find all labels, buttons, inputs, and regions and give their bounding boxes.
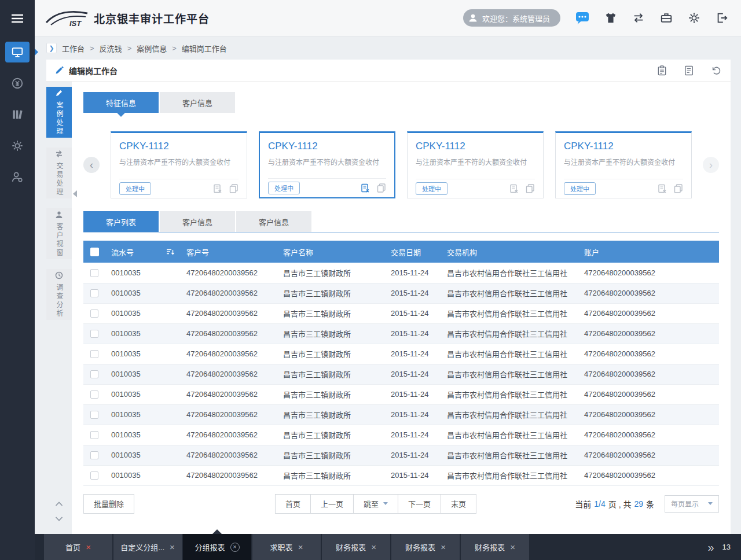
scroll-down-button[interactable] xyxy=(55,517,63,521)
close-tab-icon[interactable]: × xyxy=(170,543,175,551)
bottom-tab[interactable]: 财务报表 × xyxy=(461,534,530,560)
logout-button[interactable] xyxy=(716,12,728,24)
logo-swoosh-icon: IST xyxy=(45,8,89,28)
next-page-button[interactable]: 下一页 xyxy=(398,494,441,514)
table-row[interactable]: 0010035 47206480200039562 昌吉市三工镇财政所 2015… xyxy=(83,364,719,384)
page-size-select[interactable]: 每页显示 xyxy=(665,495,719,513)
sidebar-item-user-admin[interactable] xyxy=(0,161,35,193)
bottom-tab[interactable]: 分组报表 × xyxy=(183,534,252,560)
feature-card[interactable]: CPKY-1112 与注册资本严重不符的大额资金收付 处理中 xyxy=(259,131,395,198)
row-checkbox[interactable] xyxy=(90,471,98,480)
feature-card[interactable]: CPKY-1112 与注册资本严重不符的大额资金收付 处理中 xyxy=(407,131,544,198)
row-checkbox[interactable] xyxy=(90,310,98,318)
close-tab-icon[interactable]: × xyxy=(230,543,240,552)
prev-page-button[interactable]: 上一页 xyxy=(310,494,354,514)
undo-button[interactable] xyxy=(711,65,721,76)
document-copy-icon[interactable] xyxy=(674,184,683,193)
breadcrumb-toggle-icon[interactable]: ❯ xyxy=(46,43,57,53)
tab[interactable]: 客户信息 xyxy=(160,92,235,113)
last-page-button[interactable]: 末页 xyxy=(441,494,476,514)
settings-button[interactable] xyxy=(688,12,700,24)
table-row[interactable]: 0010035 47206480200039562 昌吉市三工镇财政所 2015… xyxy=(83,425,719,445)
feature-card[interactable]: CPKY-1112 与注册资本严重不符的大额资金收付 处理中 xyxy=(111,131,247,198)
cell-customer-name: 昌吉市三工镇财政所 xyxy=(277,404,385,425)
breadcrumb-item[interactable]: 案例信息 xyxy=(137,43,167,54)
bottom-tab[interactable]: 求职表 × xyxy=(252,534,322,560)
row-checkbox[interactable] xyxy=(90,370,98,378)
row-checkbox[interactable] xyxy=(90,390,98,399)
table-row[interactable]: 0010035 47206480200039562 昌吉市三工镇财政所 2015… xyxy=(83,323,719,344)
feature-card[interactable]: CPKY-1112 与注册资本严重不符的大额资金收付 处理中 xyxy=(555,131,692,198)
status-badge: 处理中 xyxy=(119,182,151,195)
close-tab-icon[interactable]: × xyxy=(371,543,376,551)
row-checkbox[interactable] xyxy=(90,411,98,419)
bottom-tab-label: 财务报表 xyxy=(336,541,366,552)
table-row[interactable]: 0010035 47206480200039562 昌吉市三工镇财政所 2015… xyxy=(83,303,719,323)
row-checkbox[interactable] xyxy=(90,451,98,459)
hamburger-menu-button[interactable] xyxy=(0,0,35,36)
row-checkbox[interactable] xyxy=(90,330,98,338)
bottom-tab[interactable]: 财务报表 × xyxy=(322,534,391,560)
top-header: IST 北京银丰审计工作平台 欢迎您：系统管理员 xyxy=(35,0,741,36)
secondary-nav-transaction-processing[interactable]: 交易处理 xyxy=(46,148,72,198)
first-page-button[interactable]: 首页 xyxy=(275,494,311,514)
tab[interactable]: 客户信息 xyxy=(160,211,235,232)
tab[interactable]: 客户列表 xyxy=(83,211,159,232)
table-row[interactable]: 0010035 47206480200039562 昌吉市三工镇财政所 2015… xyxy=(83,465,719,485)
table-row[interactable]: 0010035 47206480200039562 昌吉市三工镇财政所 2015… xyxy=(83,384,719,404)
table-row[interactable]: 0010035 47206480200039562 昌吉市三工镇财政所 2015… xyxy=(83,445,719,465)
bottom-tab[interactable]: 自定义分组... × xyxy=(113,534,183,560)
bottom-tab[interactable]: 首页 × xyxy=(44,534,113,560)
sidebar-item-workbench[interactable] xyxy=(0,36,35,68)
breadcrumb-item[interactable]: 编辑岗工作台 xyxy=(182,43,227,54)
more-tabs-button[interactable]: » xyxy=(707,541,714,553)
chevron-up-icon xyxy=(55,502,63,506)
row-checkbox[interactable] xyxy=(90,269,98,277)
document-remove-icon[interactable] xyxy=(361,183,370,193)
document-remove-icon[interactable] xyxy=(509,184,519,193)
save-document-button[interactable] xyxy=(684,65,694,76)
secondary-nav-investigation-analysis[interactable]: 调查分析 xyxy=(46,269,72,320)
document-remove-icon[interactable] xyxy=(658,184,667,193)
import-document-button[interactable] xyxy=(657,65,667,76)
collapse-nav-handle[interactable] xyxy=(73,190,77,197)
carousel-prev-button[interactable]: ‹ xyxy=(83,157,100,173)
sidebar-item-reports[interactable] xyxy=(0,99,35,130)
theme-button[interactable] xyxy=(604,12,617,24)
toolbox-button[interactable] xyxy=(660,12,673,24)
table-row[interactable]: 0010035 47206480200039562 昌吉市三工镇财政所 2015… xyxy=(83,263,719,283)
table-row[interactable]: 0010035 47206480200039562 昌吉市三工镇财政所 2015… xyxy=(83,283,719,303)
document-copy-icon[interactable] xyxy=(377,183,386,193)
sidebar-item-settings[interactable] xyxy=(0,130,35,161)
select-all-checkbox[interactable] xyxy=(90,248,99,256)
messages-button[interactable] xyxy=(575,12,589,25)
tab[interactable]: 特征信息 xyxy=(83,92,159,113)
user-welcome-pill[interactable]: 欢迎您：系统管理员 xyxy=(463,9,560,27)
jump-to-page-button[interactable]: 跳至 xyxy=(353,494,398,514)
sort-icon[interactable] xyxy=(166,248,175,256)
scroll-up-button[interactable] xyxy=(55,502,63,506)
document-copy-icon[interactable] xyxy=(229,184,239,193)
document-copy-icon[interactable] xyxy=(526,184,535,193)
document-remove-icon[interactable] xyxy=(213,184,222,193)
row-checkbox[interactable] xyxy=(90,350,98,358)
batch-delete-button[interactable]: 批量删除 xyxy=(83,494,134,514)
table-row[interactable]: 0010035 47206480200039562 昌吉市三工镇财政所 2015… xyxy=(83,404,719,425)
close-tab-icon[interactable]: × xyxy=(510,543,515,551)
row-checkbox[interactable] xyxy=(90,289,98,297)
secondary-nav-case-processing[interactable]: 案例处理 xyxy=(46,87,72,138)
secondary-nav-customer-view[interactable]: 客户视窗 xyxy=(46,208,72,259)
sidebar-item-anti-money-laundering[interactable] xyxy=(0,68,35,99)
bottom-tab[interactable]: 财务报表 × xyxy=(391,534,461,560)
close-tab-icon[interactable]: × xyxy=(298,543,303,551)
close-tab-icon[interactable]: × xyxy=(86,543,91,551)
table-row[interactable]: 0010035 47206480200039562 昌吉市三工镇财政所 2015… xyxy=(83,344,719,364)
close-tab-icon[interactable]: × xyxy=(441,543,446,551)
breadcrumb-item[interactable]: 反洗钱 xyxy=(100,43,122,54)
carousel-next-button[interactable]: › xyxy=(703,157,719,173)
transactions-table: 流水号 客户号 客户名称 交易日期 交易机构 账户 0010035 472064… xyxy=(83,241,719,486)
breadcrumb-item[interactable]: 工作台 xyxy=(62,43,85,54)
tab[interactable]: 客户信息 xyxy=(236,211,311,232)
switch-system-button[interactable] xyxy=(632,12,645,24)
row-checkbox[interactable] xyxy=(90,431,98,439)
